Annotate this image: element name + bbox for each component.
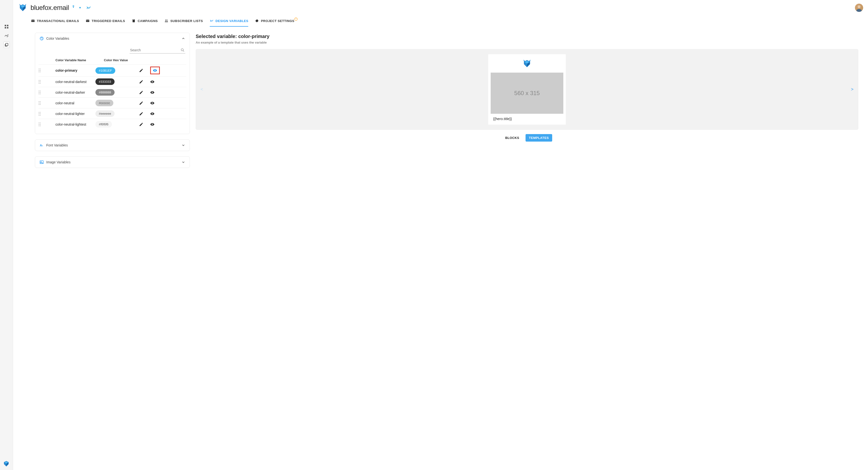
color-pill: #eeeeee [95, 110, 115, 117]
svg-point-12 [858, 5, 861, 8]
preview-next-button[interactable]: > [849, 85, 856, 94]
svg-rect-14 [31, 20, 34, 22]
svg-point-45 [39, 101, 39, 102]
toggle-blocks[interactable]: BLOCKS [502, 134, 523, 142]
svg-point-60 [40, 124, 40, 124]
selected-variable-subtitle: An example of a template that uses the v… [196, 41, 858, 44]
svg-point-33 [39, 80, 39, 80]
eye-icon[interactable] [150, 80, 155, 84]
svg-point-55 [39, 115, 39, 115]
color-variables-header[interactable]: Color Variables [35, 33, 190, 44]
tab-campaigns[interactable]: CAMPAIGNS [132, 15, 158, 27]
brand-name: bluefox.email [31, 4, 69, 12]
eye-icon[interactable] [150, 101, 155, 105]
svg-point-51 [39, 112, 39, 112]
image-variables-card: Image Variables [35, 156, 190, 168]
drag-handle[interactable] [38, 68, 48, 72]
svg-point-40 [40, 91, 40, 91]
svg-point-38 [40, 83, 40, 83]
chevron-down-icon [181, 143, 185, 147]
eye-icon[interactable] [150, 111, 155, 116]
svg-point-42 [40, 92, 40, 93]
svg-point-66 [41, 161, 41, 162]
svg-point-11 [73, 6, 74, 7]
tab-triggered-emails[interactable]: TRIGGERED EMAILS [86, 15, 125, 27]
svg-point-43 [39, 93, 39, 94]
svg-rect-1 [7, 25, 8, 26]
tab-subscriber-lists[interactable]: SUBSCRIBER LISTS [164, 15, 203, 27]
people-icon [164, 19, 168, 23]
edit-icon[interactable] [139, 111, 144, 116]
svg-point-52 [40, 112, 40, 112]
edit-icon[interactable] [139, 90, 144, 95]
project-tabs: TRANSACTIONAL EMAILS TRIGGERED EMAILS CA… [13, 15, 868, 27]
svg-point-57 [39, 123, 39, 123]
edit-icon[interactable] [139, 122, 144, 127]
search-input[interactable] [130, 48, 180, 52]
drag-handle[interactable] [38, 91, 48, 94]
table-row: color-primary#10B1EF [38, 64, 186, 76]
email-preview-frame: 560 x 315 {{hero.title}} [488, 54, 566, 125]
drag-handle[interactable] [38, 123, 48, 126]
variable-name: color-primary [48, 68, 95, 72]
edit-icon[interactable] [139, 68, 144, 73]
tools-icon [210, 19, 214, 23]
avatar[interactable] [855, 4, 863, 12]
logo-icon [522, 59, 532, 69]
variable-name: color-neutral-lighter [48, 112, 95, 116]
color-pill: #cccccc [95, 100, 113, 106]
image-icon [39, 160, 44, 164]
toggle-templates[interactable]: TEMPLATES [526, 134, 552, 142]
variable-name: color-neutral-darker [48, 91, 95, 94]
brand-dropdown-caret[interactable]: ▼ [79, 6, 82, 9]
table-row: color-neutral-lightest#f6f6f6 [38, 119, 186, 130]
svg-rect-4 [6, 43, 8, 46]
svg-rect-17 [133, 19, 134, 20]
topbar: bluefox.email ▼ [13, 0, 868, 15]
card-title: Image Variables [46, 160, 70, 164]
svg-point-18 [165, 20, 166, 21]
svg-point-46 [40, 101, 40, 102]
palette-icon [39, 36, 44, 41]
mail-icon [86, 19, 90, 23]
brand-badge-icon [72, 5, 75, 8]
footer-logo [2, 460, 10, 468]
rail-tools-icon[interactable] [4, 33, 9, 38]
search-icon [180, 48, 185, 52]
svg-text:A: A [42, 145, 43, 147]
selected-variable-title: Selected variable: color-primary [196, 34, 858, 39]
tab-project-settings[interactable]: PROJECT SETTINGS [255, 15, 294, 27]
rail-dashboard-icon[interactable] [4, 24, 9, 29]
image-variables-header[interactable]: Image Variables [35, 157, 190, 168]
hero-title-placeholder: {{hero.title}} [491, 116, 563, 122]
svg-point-48 [40, 103, 40, 103]
drag-handle[interactable] [38, 101, 48, 105]
font-variables-header[interactable]: AA Font Variables [35, 140, 190, 151]
color-variables-card: Color Variables Color Variable Name [35, 33, 190, 134]
svg-rect-16 [133, 20, 135, 22]
edit-icon[interactable] [139, 80, 144, 84]
drag-handle[interactable] [38, 112, 48, 116]
table-row: color-neutral#cccccc [38, 98, 186, 108]
table-row: color-neutral-lighter#eeeeee [38, 108, 186, 119]
eye-icon[interactable] [150, 90, 155, 95]
svg-point-26 [181, 48, 183, 51]
svg-rect-2 [5, 27, 6, 29]
svg-point-25 [42, 38, 42, 38]
preview-prev-button[interactable]: < [198, 85, 205, 94]
eye-icon[interactable] [153, 68, 157, 73]
table-header: Color Variable Name Color Hex Value [38, 56, 186, 64]
topbar-tools-icon[interactable] [86, 5, 91, 10]
svg-point-62 [40, 125, 40, 126]
drag-handle[interactable] [38, 80, 48, 84]
svg-point-44 [40, 93, 40, 94]
edit-icon[interactable] [139, 101, 144, 105]
tab-design-variables[interactable]: DESIGN VARIABLES [210, 15, 248, 27]
svg-point-59 [39, 124, 39, 124]
rail-layers-icon[interactable] [3, 42, 10, 48]
variable-name: color-neutral-darkest [48, 80, 95, 84]
template-preview: < 560 x 315 {{he [196, 49, 858, 130]
tab-transactional-emails[interactable]: TRANSACTIONAL EMAILS [31, 15, 79, 27]
svg-point-37 [39, 83, 39, 83]
eye-icon[interactable] [150, 122, 155, 127]
